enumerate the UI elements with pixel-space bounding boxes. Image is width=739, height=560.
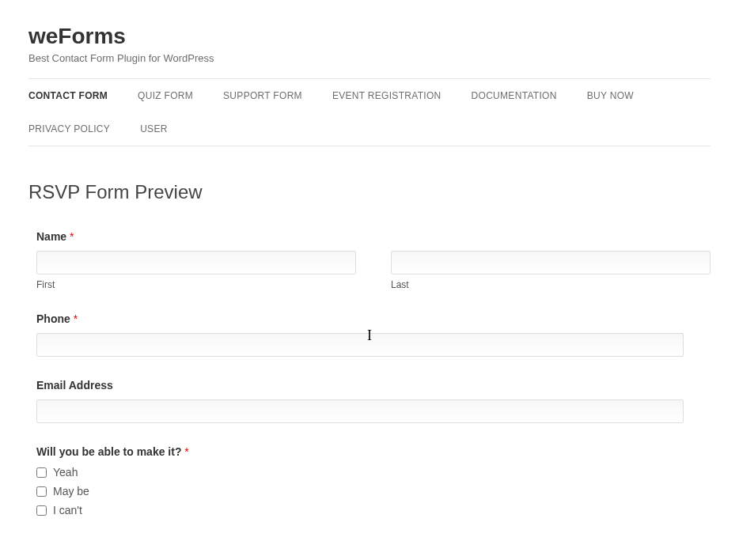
- first-name-input[interactable]: [36, 251, 356, 274]
- page-heading: RSVP Form Preview: [28, 181, 711, 203]
- email-label: Email Address: [36, 379, 711, 392]
- attend-option-yeah-checkbox[interactable]: [36, 467, 47, 478]
- field-name: Name * First Last: [36, 230, 711, 290]
- attend-option-yeah-label: Yeah: [53, 466, 78, 479]
- attend-option-maybe-checkbox[interactable]: [36, 486, 47, 497]
- phone-input[interactable]: [36, 333, 684, 357]
- field-attend: Will you be able to make it? * Yeah May …: [36, 445, 711, 516]
- primary-nav: CONTACT FORM QUIZ FORM SUPPORT FORM EVEN…: [28, 78, 711, 146]
- nav-user[interactable]: USER: [140, 112, 182, 146]
- nav-buy-now[interactable]: BUY NOW: [587, 79, 648, 112]
- nav-privacy-policy[interactable]: PRIVACY POLICY: [28, 112, 124, 146]
- phone-label-text: Phone: [36, 312, 70, 325]
- required-mark: *: [74, 312, 78, 325]
- site-title: weForms: [28, 24, 711, 49]
- attend-option-row: May be: [36, 485, 711, 498]
- last-name-input[interactable]: [391, 251, 711, 274]
- nav-documentation[interactable]: DOCUMENTATION: [472, 79, 571, 112]
- first-name-sublabel: First: [36, 279, 356, 290]
- attend-label-text: Will you be able to make it?: [36, 445, 181, 458]
- nav-quiz-form[interactable]: QUIZ FORM: [138, 79, 207, 112]
- rsvp-form: Name * First Last Phone: [28, 230, 711, 516]
- name-label-text: Name: [36, 230, 66, 243]
- nav-support-form[interactable]: SUPPORT FORM: [223, 79, 316, 112]
- required-mark: *: [184, 445, 188, 458]
- nav-event-registration[interactable]: EVENT REGISTRATION: [332, 79, 456, 112]
- site-tagline: Best Contact Form Plugin for WordPress: [28, 52, 711, 64]
- attend-option-cant-label: I can't: [53, 504, 82, 516]
- field-phone: Phone *: [36, 312, 711, 357]
- last-name-sublabel: Last: [391, 279, 711, 290]
- attend-option-row: I can't: [36, 504, 711, 516]
- attend-option-cant-checkbox[interactable]: [36, 505, 47, 516]
- attend-option-maybe-label: May be: [53, 485, 89, 498]
- attend-option-row: Yeah: [36, 466, 711, 479]
- email-input[interactable]: [36, 399, 684, 423]
- attend-label: Will you be able to make it? *: [36, 445, 711, 458]
- nav-contact-form[interactable]: CONTACT FORM: [28, 79, 122, 112]
- field-email: Email Address: [36, 379, 711, 423]
- phone-label: Phone *: [36, 312, 711, 325]
- name-label: Name *: [36, 230, 711, 243]
- required-mark: *: [70, 230, 74, 243]
